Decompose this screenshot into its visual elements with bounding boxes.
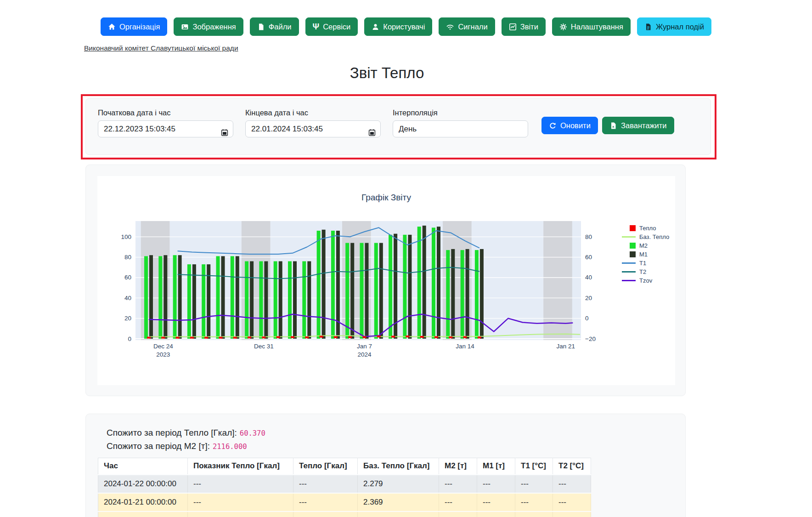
nav-label: Файли — [269, 23, 292, 31]
svg-text:2023: 2023 — [156, 351, 170, 358]
legend-line-swatch — [621, 236, 636, 238]
svg-text:80: 80 — [124, 254, 131, 261]
col-m2: M2 [т] — [439, 458, 477, 475]
legend-item-M2[interactable]: M2 — [621, 241, 669, 250]
interpolation-label: Інтерполяція — [393, 108, 528, 117]
cell-base-heat: 2.369 — [358, 493, 439, 511]
consumption-summary: Спожито за період Тепло [Гкал]:60.370 Сп… — [107, 426, 265, 453]
cell-heat-meter: --- — [188, 475, 293, 493]
summary-line-m2: Спожито за період M2 [т]:2116.000 — [107, 440, 265, 453]
report-table: Час Показник Тепло [Гкал] Тепло [Гкал] Б… — [98, 458, 591, 517]
cell-heat-meter: --- — [188, 493, 293, 511]
svg-text:100: 100 — [121, 233, 131, 240]
svg-text:−20: −20 — [585, 335, 596, 342]
legend-label: T2 — [639, 268, 646, 275]
calendar-icon[interactable] — [368, 129, 376, 138]
start-datetime-input[interactable] — [98, 120, 233, 137]
journal-icon — [644, 23, 652, 31]
end-datetime-field: Кінцева дата і час — [245, 108, 381, 137]
download-button[interactable]: x Завантажити — [602, 117, 674, 134]
legend-line-swatch — [621, 262, 636, 264]
table-row — [98, 511, 591, 517]
main-nav: Організація Зображення Файли Ψ Сервіси К… — [101, 17, 711, 36]
nav-button-settings[interactable]: Налаштування — [552, 17, 631, 36]
svg-text:x: x — [612, 124, 615, 128]
legend-line-swatch — [621, 271, 636, 273]
cell-heat: --- — [293, 475, 358, 493]
gear-icon — [559, 23, 567, 31]
cell-m2: --- — [439, 475, 477, 493]
legend-label: Тепло — [639, 225, 656, 232]
nav-label: Зображення — [192, 23, 236, 31]
chart-title: Графік Звіту — [97, 193, 675, 203]
chart-legend: ТеплоБаз. ТеплоM2M1T1T2Tzov — [621, 224, 669, 285]
chart-area: 020406080100−20020406080Dec 242023Dec 31… — [97, 176, 675, 385]
nav-button-services[interactable]: Ψ Сервіси — [305, 17, 358, 36]
legend-item-T1[interactable]: T1 — [621, 259, 669, 267]
refresh-button[interactable]: Оновити — [541, 117, 598, 134]
col-t1: T1 [°C] — [515, 458, 553, 475]
legend-label: M1 — [639, 251, 648, 258]
interpolation-select[interactable] — [393, 120, 528, 137]
summary-heat-value: 60.370 — [237, 429, 265, 437]
report-chart[interactable]: 020406080100−20020406080Dec 242023Dec 31… — [97, 176, 675, 385]
summary-m2-label: Спожито за період M2 [т]: — [107, 441, 210, 451]
nav-button-reports[interactable]: Звіти — [502, 17, 546, 36]
report-page: Організація Зображення Файли Ψ Сервіси К… — [0, 0, 812, 517]
table-row: 2024-01-22 00:00:00 --- --- 2.279 --- --… — [98, 475, 591, 493]
legend-item-Баз. Тепло[interactable]: Баз. Тепло — [621, 233, 669, 241]
nav-button-images[interactable]: Зображення — [174, 17, 243, 36]
nav-label: Сервіси — [323, 23, 350, 31]
svg-text:60: 60 — [124, 274, 131, 281]
nav-button-files[interactable]: Файли — [250, 17, 299, 36]
legend-line-swatch — [621, 280, 636, 281]
nav-button-organization[interactable]: Організація — [101, 17, 167, 36]
refresh-icon — [549, 122, 557, 130]
nav-label: Організація — [119, 23, 160, 31]
legend-item-M1[interactable]: M1 — [621, 250, 669, 259]
svg-text:80: 80 — [585, 233, 592, 240]
cell-m2: --- — [439, 493, 477, 511]
svg-text:Jan 7: Jan 7 — [357, 343, 372, 350]
wifi-icon — [446, 23, 454, 31]
end-datetime-label: Кінцева дата і час — [245, 108, 381, 117]
interpolation-field: Інтерполяція — [393, 108, 528, 137]
file-icon — [257, 23, 265, 31]
nav-button-users[interactable]: Користувачі — [364, 17, 432, 36]
nav-button-event-log[interactable]: Журнал подій — [637, 17, 711, 36]
summary-line-heat: Спожито за період Тепло [Гкал]:60.370 — [107, 426, 265, 440]
legend-item-T2[interactable]: T2 — [621, 267, 669, 276]
legend-label: Tzov — [639, 277, 652, 284]
cell-t1: --- — [515, 493, 553, 511]
legend-square-swatch — [621, 243, 636, 249]
cell-heat: --- — [293, 493, 358, 511]
nav-label: Звіти — [520, 23, 538, 31]
calendar-icon[interactable] — [221, 129, 228, 138]
svg-text:2024: 2024 — [357, 351, 372, 358]
end-datetime-input[interactable] — [245, 120, 381, 137]
svg-text:0: 0 — [585, 315, 589, 322]
cell-time: 2024-01-22 00:00:00 — [98, 475, 188, 493]
nav-label: Налаштування — [571, 23, 623, 31]
cell-time: 2024-01-21 00:00:00 — [98, 493, 188, 511]
svg-text:60: 60 — [585, 254, 592, 261]
col-t2: T2 [°C] — [553, 458, 591, 475]
legend-label: M2 — [639, 242, 648, 249]
home-icon — [108, 23, 116, 31]
legend-square-swatch — [621, 251, 636, 257]
svg-text:20: 20 — [585, 295, 592, 301]
start-datetime-field: Початкова дата і час — [98, 108, 233, 137]
image-icon — [181, 23, 189, 31]
organization-link[interactable]: Виконавчий комітет Славутицької міської … — [84, 44, 238, 52]
legend-item-Тепло[interactable]: Тепло — [621, 224, 669, 233]
cell-base-heat: 2.279 — [358, 475, 439, 493]
table-header-row: Час Показник Тепло [Гкал] Тепло [Гкал] Б… — [98, 458, 591, 475]
cell-m1: --- — [477, 475, 515, 493]
svg-text:Dec 24: Dec 24 — [153, 343, 173, 350]
svg-text:40: 40 — [585, 274, 592, 281]
legend-item-Tzov[interactable]: Tzov — [621, 276, 669, 285]
col-time: Час — [98, 458, 188, 475]
cell-t2: --- — [553, 475, 591, 493]
col-heat-meter: Показник Тепло [Гкал] — [188, 458, 293, 475]
nav-button-signals[interactable]: Сигнали — [439, 17, 495, 36]
